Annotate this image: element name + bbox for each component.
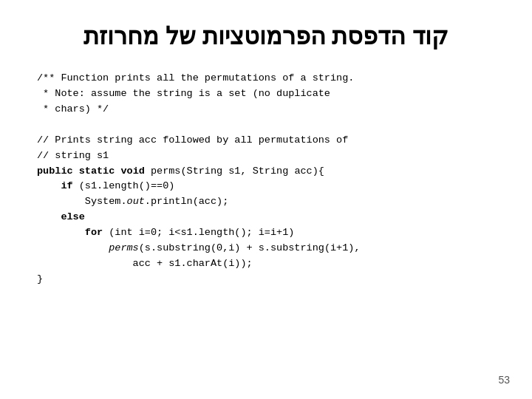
comment-block: /** Function prints all the permutations… — [37, 72, 354, 115]
for-loop: (int i=0; i<s1.length(); i=i+1) — [103, 227, 294, 238]
comment-line1: // Prints string acc followed by all per… — [37, 134, 348, 146]
method-keyword-void: void — [120, 166, 144, 177]
code-block: /** Function prints all the permutations… — [37, 71, 502, 287]
method-signature: perms(String s1, String acc){ — [145, 166, 324, 177]
perms-args1: (s.substring(0,i) + s.substring(i+1), — [139, 242, 361, 253]
comment-line2: // string s1 — [37, 150, 109, 161]
slide: קוד הדפסת הפרמוטציות של מחרוזת /** Funct… — [0, 0, 532, 399]
page-number: 53 — [498, 374, 510, 386]
close-brace: } — [37, 273, 43, 284]
if-keyword: if — [61, 180, 72, 191]
method-keyword-static: static — [79, 166, 115, 177]
slide-title: קוד הדפסת הפרמוטציות של מחרוזת — [30, 22, 502, 50]
method-keyword-public: public — [37, 166, 73, 177]
println-call: System.out.println(acc); — [85, 196, 228, 207]
else-keyword: else — [61, 211, 84, 222]
perms-call: perms — [109, 242, 139, 253]
if-condition: (s1.length()==0) — [73, 180, 175, 191]
for-keyword: for — [85, 227, 103, 238]
perms-args2: acc + s1.charAt(i)); — [109, 258, 252, 269]
